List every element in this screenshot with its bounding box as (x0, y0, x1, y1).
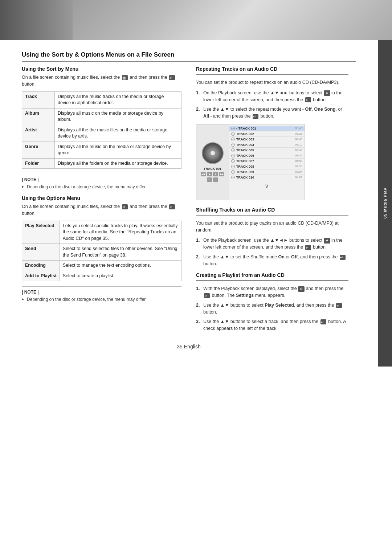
cd-right-panel: ● • TRACK 001 06:45 ○ TRACK 002 03:25 ○ … (229, 124, 305, 200)
track-icon: ○ (231, 132, 235, 136)
pause-btn[interactable]: ⏸ (213, 172, 218, 176)
list-item: 2. Use the ▲▼ to select the repeat mode … (196, 106, 348, 120)
cd-left-panel: TRACK 001 ◀◀ ▶ ⏸ ▶▶ ⇄ ↺ (196, 124, 229, 200)
sort-by-menu-title: Using the Sort by Menu (22, 66, 181, 72)
table-row: Artist Displays all the the music files … (22, 125, 181, 142)
shuffle-btn[interactable]: ⇄ (207, 177, 212, 182)
sort-artist-desc: Displays all the the music files on the … (55, 125, 181, 142)
play-btn[interactable]: ▶ (207, 172, 212, 176)
track-icon: ○ (231, 176, 235, 179)
opt-playlist-label: Add to Playlist (22, 271, 60, 281)
enter-icon-3 (305, 97, 311, 102)
sort-genre-desc: Displays all the music on the media or s… (55, 142, 181, 158)
prev-btn[interactable]: ◀◀ (201, 172, 206, 176)
shuffling-steps: 1. On the Playback screen, use the ▲▼◄► … (196, 237, 348, 267)
list-item: ○ TRACK 008 03:50 (229, 164, 305, 169)
enter-icon-2 (169, 204, 175, 209)
sort-folder-desc: Displays all the folders on the media or… (55, 158, 181, 169)
track-icon: ● (231, 127, 235, 130)
opt-play-selected-desc: Lets you select specific tracks to play.… (60, 221, 181, 244)
list-item: 3. Use the ▲▼ buttons to select a track,… (196, 318, 348, 332)
opt-send-label: Send (22, 244, 60, 261)
options-note-box: | NOTE | Depending on the disc or storag… (22, 286, 181, 303)
sort-by-intro: On a file screen containing music files,… (22, 74, 181, 88)
list-item: ○ TRACK 002 03:25 (229, 131, 305, 137)
cd-track-label: TRACK 001 (204, 167, 221, 171)
shuffling-title: Shuffling Tracks on an Audio CD (196, 207, 348, 213)
sort-note-text: Depending on the disc or storage device,… (22, 184, 181, 190)
enter-icon-7 (204, 293, 210, 298)
main-divider (22, 61, 356, 62)
repeating-steps: 1. On the Playback screen, use the ▲▼◄► … (196, 90, 348, 120)
sort-track-label: Track (22, 91, 55, 108)
right-column: Repeating Tracks on an Audio CD You can … (196, 66, 348, 336)
options-table: Play Selected Lets you select specific t… (22, 221, 181, 282)
cd-controls: ◀◀ ▶ ⏸ ▶▶ ⇄ ↺ (199, 172, 226, 182)
repeat-icon: ↻ (324, 90, 330, 96)
enter-icon-8 (336, 303, 342, 308)
grid-icon (122, 75, 128, 80)
playlist-steps: 1. With the Playback screen displayed, s… (196, 285, 348, 332)
repeat-btn[interactable]: ↺ (213, 177, 218, 182)
sort-note-label: | NOTE | (22, 177, 181, 182)
playlist-title: Creating a Playlist from an Audio CD (196, 272, 348, 278)
cd-disc (202, 142, 224, 164)
list-item: 1. On the Playback screen, use the ▲▼◄► … (196, 237, 348, 251)
track-icon: ○ (231, 154, 235, 157)
opt-playlist-desc: Select to create a playlist. (60, 271, 181, 281)
shuffle-icon: ⇄ (324, 238, 330, 244)
sort-track-desc: Displays all the music tracks on the med… (55, 91, 181, 108)
list-item: ● • TRACK 001 06:45 (229, 126, 305, 131)
list-item: ○ TRACK 009 03:04 (229, 169, 305, 175)
list-item: ○ TRACK 004 03:10 (229, 142, 305, 148)
main-section-title: Using the Sort by & Options Menus on a F… (22, 51, 356, 59)
next-btn[interactable]: ▶▶ (219, 172, 224, 176)
options-note-label: | NOTE | (22, 290, 181, 295)
list-item: ○ TRACK 010 04:02 (229, 175, 305, 180)
left-column: Using the Sort by Menu On a file screen … (22, 66, 181, 336)
list-item: ○ TRACK 006 03:40 (229, 153, 305, 159)
sort-folder-label: Folder (22, 158, 55, 169)
opt-send-desc: Select to send selected files to other d… (60, 244, 181, 261)
two-column-layout: Using the Sort by Menu On a file screen … (22, 66, 356, 336)
sidebar-label: 05 Media Play (383, 188, 387, 218)
page-number: 35 (177, 344, 183, 349)
table-row: Album Displays all music on the media or… (22, 108, 181, 125)
track-icon: ○ (231, 148, 235, 152)
gear-icon (122, 204, 128, 209)
main-content: Using the Sort by & Options Menus on a F… (0, 40, 392, 368)
table-row: Encoding Select to manage the text encod… (22, 261, 181, 271)
table-row: Send Select to send selected files to ot… (22, 244, 181, 261)
table-row: Folder Displays all the folders on the m… (22, 158, 181, 169)
chevron-down-icon: ∨ (229, 182, 305, 190)
table-row: Play Selected Lets you select specific t… (22, 221, 181, 244)
language-text: English (184, 344, 201, 349)
opt-encoding-desc: Select to manage the text encoding optio… (60, 261, 181, 271)
options-intro: On a file screen containing music files,… (22, 203, 181, 217)
sort-artist-label: Artist (22, 125, 55, 142)
list-item: ○ TRACK 007 04:08 (229, 159, 305, 164)
list-item: 1. On the Playback screen, use the ▲▼◄► … (196, 90, 348, 103)
enter-icon-4 (253, 114, 258, 119)
opt-encoding-label: Encoding (22, 261, 60, 271)
cd-track-list: ● • TRACK 001 06:45 ○ TRACK 002 03:25 ○ … (229, 124, 305, 182)
enter-icon-6 (340, 255, 346, 260)
enter-icon-5 (305, 245, 311, 250)
table-row: Genre Displays all the music on the medi… (22, 142, 181, 158)
right-sidebar: 05 Media Play (378, 40, 392, 367)
list-item: 1. With the Playback screen displayed, s… (196, 285, 348, 299)
shuffling-intro: You can set the product to play tracks o… (196, 220, 348, 234)
enter-icon-9 (320, 319, 326, 324)
playlist-divider (196, 280, 348, 281)
track-icon: ○ (231, 138, 235, 141)
settings-icon: ⚙ (298, 286, 305, 292)
sort-album-label: Album (22, 108, 55, 125)
opt-play-selected-label: Play Selected (22, 221, 60, 244)
sort-by-table: Track Displays all the music tracks on t… (22, 91, 181, 169)
track-icon: ○ (231, 165, 235, 168)
track-icon: ○ (231, 159, 235, 163)
track-icon: ○ (231, 143, 235, 147)
repeating-divider (196, 74, 348, 75)
sort-note-box: | NOTE | Depending on the disc or storag… (22, 174, 181, 190)
list-item: 2. Use the ▲▼ to set the Shuffle mode On… (196, 254, 348, 267)
